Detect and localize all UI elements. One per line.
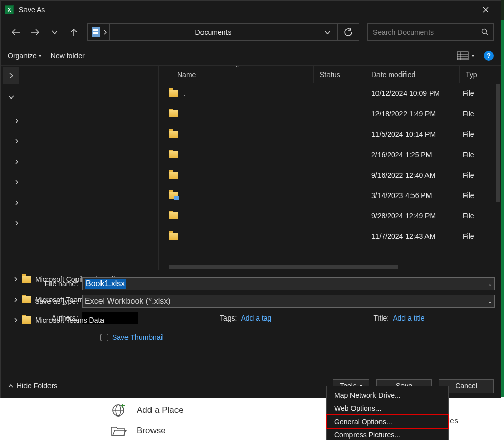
file-type: File — [460, 110, 501, 118]
forward-button[interactable] — [27, 24, 43, 40]
save-thumbnail-label[interactable]: Save Thumbnail — [112, 333, 164, 341]
file-date-modified: 11/7/2024 12:43 AM — [365, 232, 460, 240]
tools-dropdown-menu: Map Network Drive... Web Options... Gene… — [326, 386, 449, 440]
tree-item-teams-data[interactable]: Microsoft Teams Data — [1, 310, 158, 330]
tree-item[interactable] — [1, 131, 158, 152]
svg-line-11 — [486, 33, 488, 35]
file-type: File — [460, 191, 501, 200]
hide-folders-button[interactable]: Hide Folders — [8, 382, 57, 390]
folder-icon — [22, 316, 31, 324]
file-type: File — [460, 130, 501, 138]
chevron-right-icon — [15, 179, 19, 185]
menu-web-options[interactable]: Web Options... — [327, 402, 448, 415]
recent-locations-button[interactable] — [46, 24, 63, 40]
file-row[interactable]: 3/14/2023 4:56 PMFile — [159, 185, 501, 206]
col-type[interactable]: Typ — [460, 66, 501, 83]
file-row[interactable]: 9/28/2024 12:49 PMFile — [159, 206, 501, 226]
tree-expand-button[interactable] — [3, 67, 19, 84]
tree-item[interactable] — [1, 111, 158, 131]
col-status[interactable]: Status — [314, 66, 365, 83]
body-panes: Microsoft Copilot Chat Files Microsoft T… — [1, 66, 501, 270]
save-as-type-field[interactable]: Excel Workbook (*.xlsx) ⌄ — [82, 295, 495, 308]
chevron-right-icon — [15, 220, 19, 226]
folder-icon — [169, 233, 178, 240]
tree-item[interactable] — [1, 152, 158, 172]
address-dropdown[interactable] — [317, 24, 337, 40]
vertical-scrollbar[interactable] — [496, 84, 500, 202]
chevron-down-icon[interactable]: ⌄ — [488, 281, 492, 287]
tree-item[interactable] — [1, 213, 158, 233]
chevron-down-icon[interactable]: ⌄ — [488, 298, 492, 305]
file-row[interactable]: .10/12/2024 10:09 PMFile — [159, 83, 501, 104]
folder-icon — [169, 172, 178, 179]
up-button[interactable] — [66, 24, 82, 40]
file-date-modified: 12/18/2022 1:49 PM — [365, 110, 460, 118]
backstage-add-place-label: Add a Place — [137, 405, 184, 415]
svg-point-10 — [482, 29, 487, 33]
chevron-right-icon — [15, 159, 19, 165]
search-icon[interactable] — [481, 28, 488, 37]
file-row[interactable]: 11/7/2024 12:43 AMFile — [159, 226, 501, 247]
file-name: . — [183, 89, 185, 97]
close-icon — [483, 7, 489, 13]
excel-app-icon: X — [5, 5, 14, 14]
file-row[interactable]: 11/5/2024 10:14 PMFile — [159, 124, 501, 144]
save-as-type-value: Excel Workbook (*.xlsx) — [85, 297, 171, 306]
chevron-down-icon: ▾ — [39, 53, 41, 58]
refresh-icon — [344, 28, 353, 37]
chevron-right-icon — [15, 200, 19, 206]
refresh-button[interactable] — [337, 24, 359, 40]
file-type: File — [460, 232, 501, 240]
organize-button[interactable]: Organize▾ — [8, 52, 41, 60]
save-thumbnail-checkbox[interactable] — [100, 334, 108, 341]
file-row[interactable]: 9/16/2022 12:40 AMFile — [159, 165, 501, 185]
file-type: File — [460, 89, 501, 97]
file-row[interactable]: 2/16/2024 1:25 PMFile — [159, 144, 501, 165]
menu-compress-pictures[interactable]: Compress Pictures... — [327, 428, 448, 440]
search-box[interactable] — [367, 23, 494, 41]
col-date-modified[interactable]: Date modified — [365, 66, 460, 83]
tree-collapse-button[interactable] — [8, 92, 15, 102]
folder-icon — [169, 212, 178, 219]
chevron-down-icon: ▾ — [472, 53, 474, 58]
chevron-right-icon — [14, 317, 18, 323]
file-name-field[interactable]: Book1.xlsx ⌄ — [82, 277, 495, 290]
new-folder-button[interactable]: New folder — [51, 52, 85, 60]
file-list-body: .10/12/2024 10:09 PMFile12/18/2022 1:49 … — [159, 83, 501, 270]
backstage-browse-label: Browse — [137, 426, 166, 436]
chevron-right-icon — [15, 138, 19, 144]
add-tag-link[interactable]: Add a tag — [241, 314, 271, 322]
folder-icon — [169, 110, 178, 117]
nav-tree-pane: Microsoft Copilot Chat Files Microsoft T… — [1, 66, 159, 270]
file-date-modified: 9/28/2024 12:49 PM — [365, 212, 460, 220]
documents-icon — [92, 27, 100, 37]
titlebar: X Save As — [1, 1, 501, 19]
file-date-modified: 10/12/2024 10:09 PM — [365, 89, 460, 97]
chevron-up-icon — [8, 383, 14, 388]
sort-indicator-icon: ⌃ — [235, 66, 239, 70]
address-path[interactable]: Documents — [110, 28, 317, 36]
view-layout-button[interactable]: ▾ — [457, 51, 474, 60]
address-bar[interactable]: Documents — [87, 23, 359, 41]
file-date-modified: 11/5/2024 10:14 PM — [365, 130, 460, 138]
horizontal-scrollbar[interactable] — [169, 265, 398, 269]
file-row[interactable]: 12/18/2022 1:49 PMFile — [159, 104, 501, 124]
back-button[interactable] — [8, 24, 24, 40]
help-button[interactable]: ? — [484, 51, 494, 61]
folder-open-icon — [109, 423, 128, 438]
file-date-modified: 3/14/2023 4:56 PM — [365, 191, 460, 200]
location-icon-section[interactable] — [88, 24, 110, 40]
file-type: File — [460, 151, 501, 159]
window-title: Save As — [19, 6, 45, 14]
tree-item[interactable] — [1, 192, 158, 213]
tags-label: Tags: — [220, 314, 237, 322]
nav-bar: Documents — [1, 19, 501, 45]
col-name[interactable]: Name⌃ — [159, 66, 314, 83]
tree-item[interactable] — [1, 172, 158, 192]
globe-plus-icon — [109, 403, 128, 418]
menu-map-network-drive[interactable]: Map Network Drive... — [327, 388, 448, 402]
menu-general-options[interactable]: General Options... — [327, 415, 448, 428]
search-input[interactable] — [373, 28, 481, 36]
close-button[interactable] — [474, 2, 497, 17]
add-title-link[interactable]: Add a title — [393, 314, 424, 322]
